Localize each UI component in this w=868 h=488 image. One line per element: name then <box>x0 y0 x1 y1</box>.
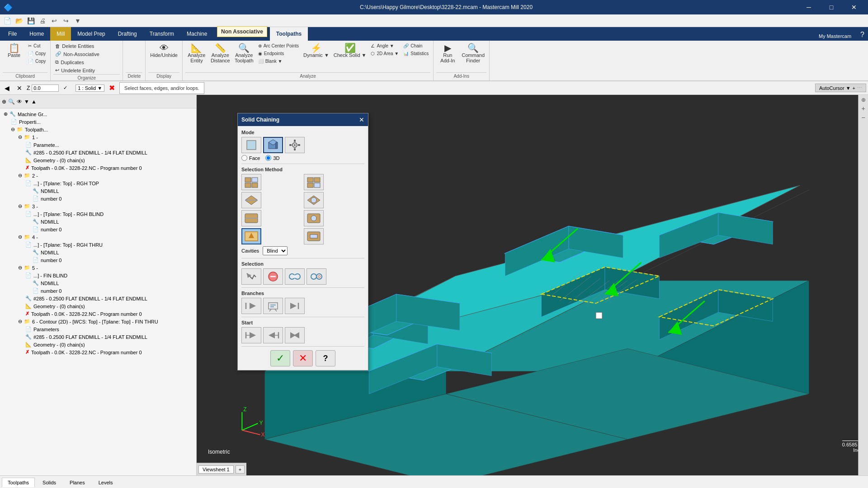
tree-op4[interactable]: ⊖📁4 - <box>16 233 194 241</box>
left-panel-toggle[interactable]: ◀ <box>2 84 12 93</box>
close-panel[interactable]: ✕ <box>14 84 25 93</box>
tree-op6[interactable]: ⊖📁6 - Contour (2D) - [WCS: Top] - [Tplan… <box>16 318 194 325</box>
analyze-distance-button[interactable]: 📏 Analyze Distance <box>209 42 232 64</box>
tab-home[interactable]: Home <box>23 27 50 41</box>
endpoints-button[interactable]: ◉Endpoints <box>256 50 301 57</box>
viewsheet-tab[interactable]: Viewsheet 1 <box>198 465 234 474</box>
tree-op2[interactable]: ⊖📁2 - <box>16 172 194 179</box>
tree-op1-geom[interactable]: 📐Geometry - (0) chain(s) <box>24 156 194 164</box>
sc-solid-mode-button[interactable] <box>263 137 283 153</box>
sc-sel-btn-4[interactable] <box>304 192 324 208</box>
tree-op5-item1[interactable]: 📄...] - FIN BLIND <box>24 272 194 279</box>
save-button[interactable]: 💾 <box>25 15 36 26</box>
z-accept[interactable]: ✓ <box>61 84 70 92</box>
tree-toolpaths[interactable]: ⊖📁Toolpath... <box>9 126 194 133</box>
tree-op1-params[interactable]: 📄Paramete... <box>24 141 194 149</box>
tree-op5[interactable]: ⊖📁5 - <box>16 264 194 272</box>
tree-op1[interactable]: ⊖📁1 - <box>16 133 194 141</box>
check-solid-button[interactable]: ✅ Check Solid ▼ <box>332 42 368 59</box>
sc-branch-edit-button[interactable] <box>263 298 283 314</box>
z-input[interactable] <box>32 84 59 92</box>
tree-op4-ndmill[interactable]: 🔧NDMILL <box>31 249 194 256</box>
tree-op2-num[interactable]: 📄number 0 <box>31 195 194 202</box>
sc-start-first-button[interactable] <box>241 327 261 343</box>
sc-3d-radio[interactable]: 3D <box>265 155 279 161</box>
zoom-out-button[interactable]: − <box>861 114 865 121</box>
redo-button[interactable]: ↪ <box>61 15 71 26</box>
collapse-button[interactable]: ▲ <box>31 99 37 105</box>
command-finder-button[interactable]: 🔍 Command Finder <box>460 42 486 64</box>
analyze-toolpath-button[interactable]: 🔍 Analyze Toolpath <box>233 42 255 64</box>
hide-button[interactable]: 👁 <box>17 99 22 105</box>
tree-op3-item1[interactable]: 📄...] - [Tplane: Top] - RGH BLIND <box>24 210 194 218</box>
sc-sel-reset-button[interactable] <box>307 268 326 285</box>
zoom-button[interactable]: 🔍 <box>8 99 15 105</box>
cut-button[interactable]: ✂Cut <box>26 42 47 49</box>
tree-machine-group[interactable]: ⊕🔧Machine Gr... <box>2 110 194 118</box>
tree-op3[interactable]: ⊖📁3 - <box>16 202 194 210</box>
blank-button[interactable]: ⬜Blank ▼ <box>256 58 301 65</box>
tree-op4-num[interactable]: 📄number 0 <box>31 256 194 264</box>
sc-sel-remove-button[interactable] <box>263 268 283 285</box>
sc-cavities-select[interactable]: Blind Thru All <box>263 246 288 255</box>
tree-op6-tool[interactable]: 🔧#285 - 0.2500 FLAT ENDMILL - 1/4 FLAT E… <box>24 333 194 341</box>
qat-more[interactable]: ▼ <box>72 15 83 26</box>
sc-branch-first-button[interactable] <box>241 298 261 314</box>
tree-op5-ndmill[interactable]: 🔧NDMILL <box>31 279 194 287</box>
angle-button[interactable]: ∠Angle ▼ <box>369 42 401 49</box>
open-button[interactable]: 📂 <box>14 15 24 26</box>
tab-toolpaths-bottom[interactable]: Toolpaths <box>2 478 35 487</box>
sc-ok-button[interactable]: ✓ <box>270 350 290 366</box>
dynamic-button[interactable]: ⚡ Dynamic ▼ <box>302 42 331 59</box>
sc-sel-add-button[interactable] <box>241 268 261 285</box>
tree-op2-item1[interactable]: 📄...] - [Tplane: Top] - RGH TOP <box>24 179 194 187</box>
tree-op3-ndmill[interactable]: 🔧NDMILL <box>31 218 194 225</box>
expand-button[interactable]: ▼ <box>24 99 29 105</box>
sc-sel-btn-2[interactable] <box>304 174 324 190</box>
tab-toolpaths[interactable]: Toolpaths <box>270 27 308 41</box>
tab-machine[interactable]: Machine <box>180 27 213 41</box>
analyze-entity-button[interactable]: 📐 Analyze Entity <box>185 42 208 64</box>
viewport[interactable]: Z Y X Isometric 0.6585 in Inch Viewsheet… <box>197 95 868 475</box>
chain-button[interactable]: 🔗Chain <box>401 42 430 49</box>
sc-start-reverse-button[interactable] <box>285 327 305 343</box>
tab-planes-bottom[interactable]: Planes <box>64 478 91 488</box>
sc-sel-btn-3[interactable] <box>241 192 261 208</box>
paste-button[interactable]: 📋 Paste <box>3 42 25 59</box>
sc-sel-btn-5[interactable] <box>241 210 261 226</box>
new-button[interactable]: 📄 <box>2 15 13 26</box>
sc-cancel-button[interactable]: ✕ <box>293 350 313 366</box>
tree-op1-tool[interactable]: 🔧#285 - 0.2500 FLAT ENDMILL - 1/4 FLAT E… <box>24 149 194 156</box>
sc-face-radio-input[interactable] <box>241 155 247 161</box>
minimize-button[interactable]: ─ <box>798 0 819 14</box>
my-mastercam[interactable]: My Mastercam <box>813 32 857 41</box>
tree-op6-geom[interactable]: 📐Geometry - (0) chain(s) <box>24 341 194 348</box>
arc-center-points-button[interactable]: ⊕Arc Center Points <box>256 42 301 49</box>
sc-close-button[interactable]: ✕ <box>359 116 364 123</box>
print-button[interactable]: 🖨 <box>37 15 48 26</box>
sc-face-mode-button[interactable] <box>241 137 261 153</box>
tree-op6-params[interactable]: 📄Parameters <box>24 325 194 333</box>
tab-transform[interactable]: Transform <box>143 27 180 41</box>
delete-entities-button[interactable]: 🗑Delete Entities <box>53 42 96 50</box>
sc-sel-btn-6[interactable] <box>304 210 324 226</box>
tree-op5-num[interactable]: 📄number 0 <box>31 287 194 295</box>
copy2-button[interactable]: 📄Copy <box>26 58 47 65</box>
statistics-button[interactable]: 📊Statistics <box>401 50 430 57</box>
add-viewsheet-button[interactable]: + <box>236 465 245 474</box>
tree-op5-tp[interactable]: ✗Toolpath - 0.0K - 3228-22.NC - Program … <box>24 310 194 318</box>
tab-mill[interactable]: Mill <box>50 27 71 41</box>
zoom-fit-button[interactable]: ⊕ <box>861 97 866 103</box>
delete-icon[interactable]: ✖ <box>106 83 118 93</box>
2d-area-button[interactable]: ⬡2D Area ▼ <box>369 50 401 57</box>
close-button[interactable]: ✕ <box>844 0 864 14</box>
tree-properties[interactable]: 📄Properti... <box>9 118 194 126</box>
hide-unhide-button[interactable]: 👁 Hide/Unhide <box>148 42 179 59</box>
tree-op1-tp[interactable]: ✗Toolpath - 0.0K - 3228-22.NC - Program … <box>24 164 194 172</box>
sc-face-radio[interactable]: Face <box>241 155 260 161</box>
tab-file[interactable]: File <box>2 27 23 41</box>
duplicates-button[interactable]: ⧉Duplicates <box>53 58 85 66</box>
solid-select[interactable]: 1 : Solid ▼ <box>75 84 104 92</box>
run-addin-button[interactable]: ▶ Run Add-In <box>436 42 459 64</box>
sc-sel-btn-7[interactable] <box>241 228 261 244</box>
